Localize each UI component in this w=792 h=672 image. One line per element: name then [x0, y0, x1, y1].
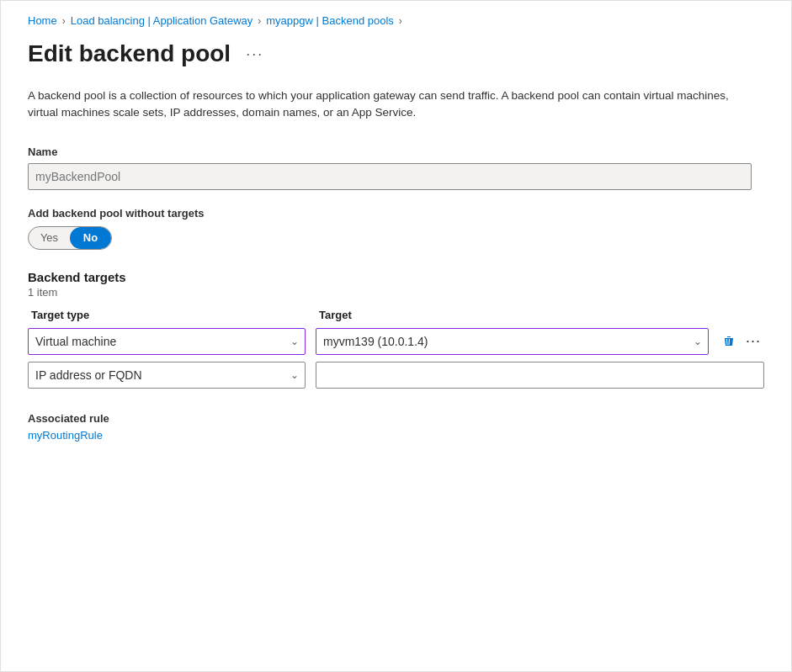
description-text: A backend pool is a collection of resour… [28, 87, 752, 122]
table-row-2: IP address or FQDN Virtual machine ⌄ [28, 362, 764, 389]
more-row-1-button[interactable]: ··· [742, 329, 764, 353]
breadcrumb-load-balancing[interactable]: Load balancing | Application Gateway [71, 14, 253, 27]
row-1-actions: ··· [719, 329, 764, 353]
target-input-2[interactable] [316, 362, 764, 389]
yes-no-toggle[interactable]: Yes No [28, 226, 112, 250]
target-value-select-1[interactable]: myvm139 (10.0.1.4) [316, 328, 709, 355]
col-header-target: Target [319, 309, 761, 321]
name-input[interactable] [28, 163, 752, 190]
target-type-select-2[interactable]: IP address or FQDN Virtual machine [28, 362, 306, 389]
trash-icon [722, 335, 736, 348]
toggle-label: Add backend pool without targets [28, 207, 764, 220]
breadcrumb: Home › Load balancing | Application Gate… [28, 14, 764, 27]
table-header-row: Target type Target [28, 309, 764, 321]
page-title: Edit backend pool [28, 40, 231, 67]
name-field-section: Name [28, 146, 764, 190]
associated-rule-section: Associated rule myRoutingRule [28, 412, 764, 442]
more-options-button[interactable]: ··· [241, 42, 268, 66]
col-header-target-type: Target type [31, 309, 309, 321]
breadcrumb-sep-2: › [258, 15, 261, 27]
breadcrumb-backend-pools[interactable]: myappgw | Backend pools [266, 14, 394, 27]
item-count: 1 item [28, 286, 764, 299]
target-type-select-1[interactable]: Virtual machine IP address or FQDN [28, 328, 306, 355]
targets-table: Target type Target Virtual machine IP ad… [28, 309, 764, 389]
breadcrumb-sep-1: › [62, 15, 66, 27]
target-type-dropdown-1[interactable]: Virtual machine IP address or FQDN ⌄ [28, 328, 306, 355]
associated-rule-label: Associated rule [28, 412, 764, 425]
delete-row-1-button[interactable] [719, 331, 739, 352]
backend-targets-title: Backend targets [28, 270, 764, 284]
page-title-row: Edit backend pool ··· [28, 40, 764, 67]
breadcrumb-sep-3: › [399, 15, 402, 27]
associated-rule-link[interactable]: myRoutingRule [28, 429, 103, 442]
toggle-no[interactable]: No [70, 227, 111, 249]
breadcrumb-home[interactable]: Home [28, 14, 57, 27]
toggle-yes[interactable]: Yes [29, 227, 70, 249]
backend-targets-section: Backend targets 1 item Target type Targe… [28, 270, 764, 389]
toggle-section: Add backend pool without targets Yes No [28, 207, 764, 250]
target-dropdown-1[interactable]: myvm139 (10.0.1.4) ⌄ [316, 328, 709, 355]
table-row: Virtual machine IP address or FQDN ⌄ myv… [28, 328, 764, 355]
target-type-dropdown-2[interactable]: IP address or FQDN Virtual machine ⌄ [28, 362, 306, 389]
name-label: Name [28, 146, 764, 158]
